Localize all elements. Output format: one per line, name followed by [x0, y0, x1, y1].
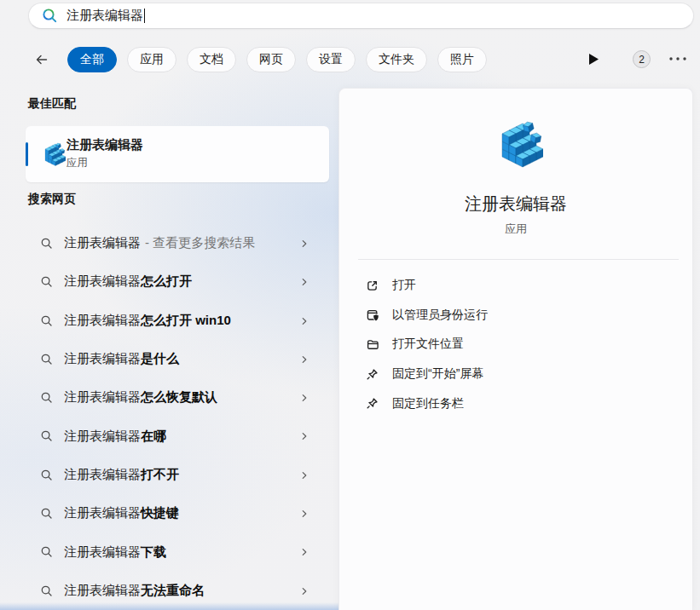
search-icon: [40, 429, 53, 442]
suggestion-text: 注册表编辑器怎么打开 win10: [64, 313, 235, 329]
web-suggestion-row[interactable]: 注册表编辑器无法重命名: [0, 572, 338, 610]
action-label: 固定到“开始”屏幕: [392, 366, 483, 382]
back-button[interactable]: [34, 52, 49, 67]
search-flyout: 注册表编辑器 全部 应用 文档 网页 设置 文件夹 照片 2 最佳匹配 注册表编…: [0, 0, 700, 610]
pin-to-taskbar-icon: [365, 396, 379, 411]
ellipsis-icon: [669, 57, 686, 60]
suggestion-text: 注册表编辑器怎么恢复默认: [64, 389, 222, 406]
web-suggestion-row[interactable]: 注册表编辑器怎么打开: [0, 262, 338, 301]
web-suggestion-row[interactable]: 注册表编辑器快捷键: [0, 494, 338, 532]
web-search-header: 搜索网页: [28, 192, 76, 207]
suggestion-text: 注册表编辑器- 查看更多搜索结果: [64, 235, 255, 251]
chevron-right-icon: [298, 585, 310, 597]
web-suggestion-row[interactable]: 注册表编辑器- 查看更多搜索结果: [0, 224, 338, 262]
play-button[interactable]: [589, 54, 599, 65]
suggestion-text: 注册表编辑器在哪: [64, 429, 171, 445]
tab-apps[interactable]: 应用: [127, 47, 176, 72]
run-as-admin-icon: [365, 308, 379, 322]
action-label: 固定到任务栏: [392, 396, 464, 411]
action-run-as-admin[interactable]: 以管理员身份运行: [339, 301, 692, 331]
search-icon: [40, 545, 53, 558]
web-suggestion-row[interactable]: 注册表编辑器怎么打开 win10: [0, 302, 338, 340]
best-match-result[interactable]: 注册表编辑器 应用: [26, 126, 329, 182]
chevron-right-icon: [298, 354, 310, 365]
open-file-location-icon: [365, 337, 379, 352]
search-icon: [40, 353, 53, 365]
play-icon: [589, 54, 599, 65]
more-options-button[interactable]: [668, 56, 687, 61]
tab-all[interactable]: 全部: [67, 47, 117, 72]
registry-editor-icon: [489, 117, 543, 171]
search-icon: [40, 314, 53, 327]
suggestion-text: 注册表编辑器快捷键: [64, 505, 183, 521]
filter-tabs: 全部 应用 文档 网页 设置 文件夹 照片: [67, 47, 497, 72]
suggestion-text: 注册表编辑器怎么打开: [64, 273, 196, 290]
detail-panel: 注册表编辑器 应用 打开: [338, 88, 693, 610]
action-open[interactable]: 打开: [339, 271, 692, 301]
tab-documents[interactable]: 文档: [187, 47, 236, 72]
search-icon: [40, 275, 53, 288]
action-open-file-location[interactable]: 打开文件位置: [339, 330, 692, 360]
web-suggestion-row[interactable]: 注册表编辑器怎么恢复默认: [0, 378, 338, 417]
search-icon: [40, 237, 53, 250]
app-type: 应用: [339, 222, 692, 237]
selection-accent-bar: [26, 142, 28, 166]
web-suggestion-row[interactable]: 注册表编辑器下载: [0, 532, 338, 571]
action-label: 打开: [392, 278, 416, 293]
counter-badge[interactable]: 2: [633, 50, 651, 68]
web-suggestion-row[interactable]: 注册表编辑器是什么: [0, 340, 338, 378]
suggestion-text: 注册表编辑器下载: [64, 544, 171, 561]
app-title: 注册表编辑器: [339, 193, 692, 216]
action-list: 打开 以管理员身份运行: [339, 271, 692, 418]
search-icon: [40, 584, 53, 597]
suggestion-text: 注册表编辑器打不开: [64, 467, 183, 483]
best-match-text: 注册表编辑器 应用: [67, 137, 143, 170]
web-suggestion-row[interactable]: 注册表编辑器在哪: [0, 417, 338, 455]
divider: [358, 259, 679, 260]
chevron-right-icon: [298, 508, 310, 520]
chevron-right-icon: [298, 546, 310, 558]
action-label: 打开文件位置: [392, 337, 464, 352]
search-icon: [40, 507, 53, 520]
action-pin-to-start[interactable]: 固定到“开始”屏幕: [339, 360, 692, 389]
search-icon: [40, 469, 53, 481]
tab-folders[interactable]: 文件夹: [366, 47, 427, 72]
arrow-left-icon: [38, 56, 47, 64]
suggestion-text: 注册表编辑器是什么: [64, 351, 183, 367]
action-label: 以管理员身份运行: [392, 308, 488, 323]
tab-web[interactable]: 网页: [246, 47, 296, 72]
search-query-text: 注册表编辑器: [67, 8, 143, 24]
chevron-right-icon: [298, 469, 310, 481]
search-icon: [42, 8, 58, 24]
chevron-right-icon: [298, 392, 310, 404]
best-match-title: 注册表编辑器: [67, 137, 143, 153]
tab-photos[interactable]: 照片: [437, 47, 487, 72]
text-caret: [144, 9, 145, 23]
action-pin-to-taskbar[interactable]: 固定到任务栏: [339, 388, 692, 418]
web-suggestion-list: 注册表编辑器- 查看更多搜索结果 注册表编辑器怎么打开 注册表编辑器怎么打开 w…: [0, 224, 338, 610]
search-input[interactable]: 注册表编辑器: [28, 3, 694, 29]
open-icon: [365, 279, 379, 293]
chevron-right-icon: [298, 238, 310, 250]
search-icon: [40, 391, 53, 404]
pin-to-start-icon: [365, 367, 379, 382]
suggestion-text: 注册表编辑器无法重命名: [64, 583, 209, 599]
chevron-right-icon: [298, 430, 310, 442]
chevron-right-icon: [298, 315, 310, 327]
best-match-header: 最佳匹配: [28, 96, 76, 112]
chevron-right-icon: [298, 276, 310, 288]
registry-editor-icon: [38, 141, 66, 168]
best-match-type: 应用: [67, 156, 143, 170]
tab-settings[interactable]: 设置: [306, 47, 356, 72]
web-suggestion-row[interactable]: 注册表编辑器打不开: [0, 456, 338, 494]
